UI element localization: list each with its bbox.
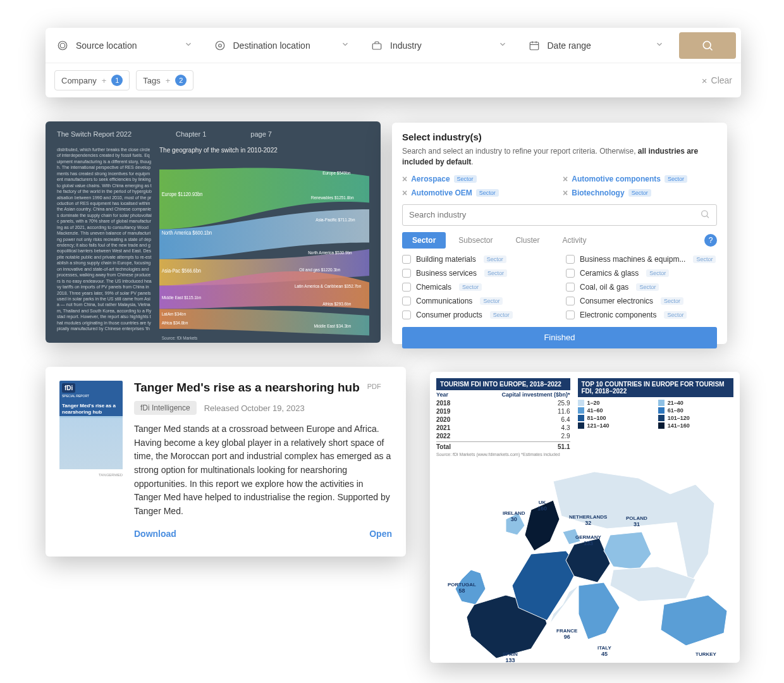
fdi-logo: fDi bbox=[62, 383, 75, 393]
industry-search-input[interactable] bbox=[403, 205, 716, 225]
sankey-left-3: Middle East $115.1bn bbox=[162, 295, 201, 299]
sankey-left-4: LatAm $34bn bbox=[162, 312, 186, 316]
report-page: page 7 bbox=[250, 130, 272, 138]
pdf-label: PDF bbox=[367, 383, 381, 390]
sector-badge: Sector bbox=[480, 297, 503, 305]
download-button[interactable]: Download bbox=[134, 529, 176, 539]
search-button[interactable] bbox=[679, 32, 736, 59]
tab-activity[interactable]: Activity bbox=[552, 232, 596, 249]
selected-industry[interactable]: ×BiotechnologySector bbox=[563, 188, 704, 198]
filter-label: Source location bbox=[76, 40, 178, 51]
close-icon: × bbox=[702, 75, 707, 86]
option-label: Business services bbox=[416, 269, 477, 278]
chart-title: The geography of the switch in 2010-2022 bbox=[159, 147, 369, 154]
sankey-right-4: Oil and gas $1220.3bn bbox=[299, 267, 340, 273]
svg-rect-4 bbox=[372, 44, 381, 49]
svg-rect-5 bbox=[530, 42, 539, 49]
map-legend: TOP 10 COUNTRIES IN EUROPE FOR TOURISM F… bbox=[578, 378, 734, 457]
sankey-left-5: Africa $34.8bn bbox=[162, 320, 188, 324]
table-row: 20206.4 bbox=[436, 415, 570, 424]
option-label: Consumer electronics bbox=[580, 297, 653, 305]
filter-source-location[interactable]: Source location bbox=[46, 28, 203, 63]
industry-option[interactable]: Ceramics & glassSector bbox=[566, 269, 717, 278]
selected-industry[interactable]: ×AerospaceSector bbox=[402, 174, 544, 184]
filter-date-range[interactable]: Date range bbox=[517, 28, 675, 63]
industry-hint: Search and select an industry to refine … bbox=[402, 146, 717, 168]
tab-cluster[interactable]: Cluster bbox=[505, 232, 549, 249]
svg-point-2 bbox=[218, 44, 221, 47]
plus-icon: + bbox=[166, 76, 171, 85]
legend-item: 101–120 bbox=[658, 415, 733, 421]
sankey-right-6: Africa $293.6bn bbox=[322, 302, 351, 306]
filter-label: Industry bbox=[390, 40, 492, 51]
selected-industry[interactable]: ×Automotive componentsSector bbox=[563, 174, 704, 184]
sector-badge: Sector bbox=[693, 255, 716, 263]
table-row: 20214.3 bbox=[436, 424, 570, 432]
svg-point-11 bbox=[702, 211, 707, 216]
country-label: UK160 bbox=[537, 500, 547, 512]
industry-title: Select industry(s) bbox=[402, 132, 717, 142]
thumb-footer: TANGERMED bbox=[99, 473, 123, 477]
help-icon[interactable]: ? bbox=[704, 234, 717, 247]
legend-item: 1–20 bbox=[578, 400, 653, 406]
option-label: Ceramics & glass bbox=[580, 269, 639, 278]
checkbox-icon bbox=[566, 297, 575, 305]
svg-point-1 bbox=[58, 41, 67, 50]
sector-badge: Sector bbox=[664, 311, 687, 319]
industry-option[interactable]: ChemicalsSector bbox=[402, 283, 553, 292]
checkbox-icon bbox=[402, 283, 411, 292]
chip-company[interactable]: Company + 1 bbox=[54, 70, 130, 90]
selected-industries: ×AerospaceSector ×Automotive componentsS… bbox=[402, 174, 717, 198]
legend-item: 61–80 bbox=[658, 407, 733, 414]
filter-label: Date range bbox=[548, 40, 649, 51]
filter-industry[interactable]: Industry bbox=[360, 28, 517, 63]
industry-option[interactable]: Building materialsSector bbox=[402, 255, 553, 264]
sector-badge: Sector bbox=[484, 269, 507, 277]
industry-option[interactable]: Business machines & equipm...Sector bbox=[566, 255, 717, 264]
remove-icon: × bbox=[402, 188, 407, 198]
finished-button[interactable]: Finished bbox=[402, 327, 717, 348]
industry-option[interactable]: Consumer productsSector bbox=[402, 311, 553, 319]
industry-option[interactable]: Electronic componentsSector bbox=[566, 311, 717, 319]
country-label: TURKEY bbox=[695, 652, 716, 658]
industry-search[interactable] bbox=[402, 204, 717, 226]
selected-industry[interactable]: ×Automotive OEMSector bbox=[402, 188, 544, 198]
search-icon bbox=[700, 209, 710, 221]
industry-option[interactable]: Business servicesSector bbox=[402, 269, 553, 278]
legend-item: 21–40 bbox=[658, 400, 733, 406]
svg-point-0 bbox=[60, 43, 65, 48]
report-title: The Switch Report 2022 bbox=[57, 130, 132, 138]
sector-badge: Sector bbox=[490, 311, 513, 319]
svg-line-10 bbox=[710, 47, 713, 50]
industry-option[interactable]: Consumer electronicsSector bbox=[566, 297, 717, 305]
article-description: Tanger Med stands at a crossroad between… bbox=[134, 422, 392, 519]
sankey-right-7: Middle East $34.3bn bbox=[314, 324, 351, 328]
checkbox-icon bbox=[402, 269, 411, 278]
tourism-map-card: TOURISM FDI INTO EUROPE, 2018–2022 YearC… bbox=[430, 372, 740, 663]
sankey-left-2: Asia-Pac $566.6bn bbox=[162, 268, 201, 274]
clear-button[interactable]: × Clear bbox=[702, 75, 732, 86]
sankey-left-0: Europe $1120.93bn bbox=[162, 192, 203, 198]
checkbox-icon bbox=[566, 311, 575, 319]
industry-option[interactable]: Coal, oil & gasSector bbox=[566, 283, 717, 292]
legend-item: 121–140 bbox=[578, 422, 653, 429]
filter-destination-location[interactable]: Destination location bbox=[203, 28, 360, 63]
sankey-right-0: Europe $549bn bbox=[322, 171, 350, 176]
filter-bar-top: Source location Destination location Ind… bbox=[46, 28, 741, 63]
chip-count: 2 bbox=[175, 75, 187, 86]
plus-icon: + bbox=[102, 76, 107, 85]
industry-option[interactable]: CommunicationsSector bbox=[402, 297, 553, 305]
checkbox-icon bbox=[566, 255, 575, 264]
legend-item: 81–100 bbox=[578, 415, 653, 421]
tab-subsector[interactable]: Subsector bbox=[448, 232, 503, 249]
tourism-table-title: TOURISM FDI INTO EUROPE, 2018–2022 bbox=[436, 378, 570, 390]
source-location-icon bbox=[56, 39, 70, 52]
open-button[interactable]: Open bbox=[369, 529, 392, 539]
chip-tags[interactable]: Tags + 2 bbox=[136, 70, 193, 90]
chip-count: 1 bbox=[111, 75, 123, 86]
tab-sector[interactable]: Sector bbox=[402, 232, 446, 249]
report-body-text: distributed, which further breaks the cl… bbox=[57, 147, 152, 333]
legend-item: 141–160 bbox=[658, 422, 733, 429]
remove-icon: × bbox=[563, 188, 568, 198]
sector-badge: Sector bbox=[484, 255, 506, 263]
